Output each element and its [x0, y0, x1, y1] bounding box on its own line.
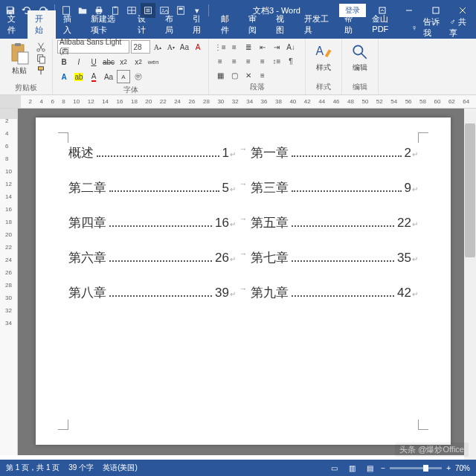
- char-shading-icon[interactable]: Aa: [102, 70, 115, 83]
- enclose-char-icon[interactable]: ㊥: [132, 70, 145, 83]
- tab-arrow-icon: →: [236, 284, 251, 301]
- grow-font-icon[interactable]: A▴: [152, 40, 164, 54]
- cut-icon[interactable]: [36, 42, 46, 52]
- tab-8[interactable]: 审阅: [241, 10, 268, 39]
- new-icon[interactable]: [59, 3, 74, 18]
- zoom-slider[interactable]: [390, 467, 442, 469]
- sort-icon[interactable]: A↓: [284, 40, 298, 54]
- bold-icon[interactable]: B: [57, 55, 71, 68]
- change-case-icon[interactable]: Aa: [178, 40, 190, 54]
- share-button[interactable]: ♂ 共享: [449, 16, 470, 39]
- tab-10[interactable]: 开发工具: [297, 10, 338, 39]
- print-icon[interactable]: [91, 3, 106, 18]
- justify-icon[interactable]: ≡: [256, 54, 269, 68]
- char-border-icon[interactable]: A: [117, 70, 130, 83]
- image-icon[interactable]: [157, 3, 172, 18]
- decrease-indent-icon[interactable]: ⇤: [256, 40, 269, 54]
- save-icon[interactable]: [3, 3, 18, 18]
- scroll-thumb[interactable]: [465, 123, 475, 257]
- font-group: Alibaba Sans Light (西 28 A▴ A▾ Aa A B I …: [53, 39, 209, 94]
- zoom-out-icon[interactable]: −: [381, 464, 385, 472]
- read-mode-icon[interactable]: [141, 3, 155, 18]
- italic-icon[interactable]: I: [72, 55, 86, 68]
- svg-point-30: [353, 45, 362, 54]
- svg-rect-5: [114, 7, 117, 8]
- toc-entry: 第三章9↵: [251, 179, 418, 196]
- multilevel-icon[interactable]: ≣: [242, 40, 255, 54]
- tab-12[interactable]: 金山PDF: [364, 10, 405, 39]
- strikethrough-icon[interactable]: abc: [102, 55, 115, 68]
- ribbon: 粘贴 剪贴板 Alibaba Sans Light (西 28 A▴ A▾ Aa…: [0, 39, 476, 95]
- font-size-combo[interactable]: 28: [131, 40, 149, 54]
- word-count[interactable]: 39 个字: [68, 463, 94, 473]
- editing-group: 编辑 编辑: [342, 39, 379, 94]
- align-center-icon[interactable]: ≡: [228, 54, 241, 68]
- line-spacing-icon[interactable]: ↕≡: [270, 54, 283, 68]
- svg-rect-2: [97, 7, 100, 10]
- format-painter-icon[interactable]: [36, 65, 46, 76]
- svg-point-23: [37, 49, 40, 52]
- shading-icon[interactable]: ▦: [213, 68, 227, 82]
- chevron-down-icon[interactable]: ▾: [190, 3, 205, 18]
- page-indicator[interactable]: 第 1 页，共 1 页: [6, 463, 60, 473]
- superscript-icon[interactable]: x2: [132, 55, 145, 68]
- tab-arrow-icon: →: [236, 214, 251, 231]
- snap-icon[interactable]: ✕: [242, 68, 255, 82]
- copy-icon[interactable]: [36, 54, 46, 64]
- text-effects-icon[interactable]: A: [57, 70, 71, 83]
- svg-rect-3: [97, 12, 100, 14]
- toc-entry: 第九章42↵: [251, 284, 418, 301]
- toc-entry: 第五章22↵: [251, 214, 418, 231]
- web-layout-icon[interactable]: ▤: [363, 462, 376, 474]
- undo-icon[interactable]: [19, 3, 34, 18]
- paste-icon[interactable]: [108, 3, 123, 18]
- workspace: 246810121416182022242628303234 概述1↵→第一章2…: [0, 109, 476, 455]
- ribbon-tabs: 文件开始插入新建选项卡设计布局引用邮件审阅视图开发工具帮助金山PDF ♀ 告诉我…: [0, 21, 476, 39]
- shrink-font-icon[interactable]: A▾: [165, 40, 177, 54]
- zoom-level[interactable]: 70%: [455, 464, 470, 472]
- align-right-icon[interactable]: ≡: [242, 54, 255, 68]
- layout-icon[interactable]: [173, 3, 188, 18]
- zoom-in-icon[interactable]: +: [446, 464, 451, 472]
- tab-7[interactable]: 邮件: [213, 10, 241, 39]
- svg-text:A: A: [316, 45, 324, 57]
- tab-3[interactable]: 新建选项卡: [83, 10, 130, 39]
- align-left-icon[interactable]: ≡: [213, 54, 227, 68]
- subscript-icon[interactable]: x2: [117, 55, 130, 68]
- horizontal-ruler[interactable]: 2468101214161820222426283032343638404244…: [0, 95, 476, 109]
- font-name-combo[interactable]: Alibaba Sans Light (西: [57, 40, 129, 54]
- font-color-icon[interactable]: A: [87, 70, 100, 83]
- vertical-ruler[interactable]: 246810121416182022242628303234: [0, 109, 18, 455]
- underline-icon[interactable]: U: [87, 55, 100, 68]
- toc-entry: 第一章2↵: [251, 144, 418, 161]
- find-button[interactable]: 编辑: [347, 40, 373, 74]
- styles-button[interactable]: A 样式: [310, 40, 337, 74]
- read-view-icon[interactable]: ▭: [327, 462, 341, 474]
- svg-point-24: [42, 49, 45, 52]
- tell-me-icon[interactable]: ♀: [411, 23, 417, 32]
- numbering-icon[interactable]: ≡: [228, 40, 241, 54]
- show-marks-icon[interactable]: ¶: [284, 54, 298, 68]
- bullets-icon[interactable]: ⋮≡: [213, 40, 227, 54]
- tab-arrow-icon: →: [236, 249, 251, 266]
- redo-icon[interactable]: [36, 3, 51, 18]
- highlight-icon[interactable]: ab: [72, 70, 86, 83]
- tab-11[interactable]: 帮助: [337, 10, 364, 39]
- svg-rect-26: [39, 57, 45, 63]
- clear-format-icon[interactable]: A: [192, 40, 204, 54]
- tab-9[interactable]: 视图: [268, 10, 296, 39]
- language-indicator[interactable]: 英语(美国): [103, 463, 138, 473]
- toc-entry: 第二章5↵: [68, 179, 236, 196]
- tell-me-label[interactable]: 告诉我: [423, 16, 443, 39]
- print-layout-icon[interactable]: ▥: [345, 462, 358, 474]
- open-icon[interactable]: [75, 3, 90, 18]
- document-area[interactable]: 概述1↵→第一章2↵第二章5↵→第三章9↵第四章16↵→第五章22↵第六章26↵…: [18, 109, 476, 455]
- toc-entry: 概述1↵: [68, 144, 236, 161]
- borders-icon[interactable]: ▢: [228, 68, 241, 82]
- svg-point-14: [162, 9, 164, 10]
- table-icon[interactable]: [124, 3, 139, 18]
- increase-indent-icon[interactable]: ⇥: [270, 40, 283, 54]
- distribute-icon[interactable]: ≡: [256, 68, 269, 82]
- vertical-scrollbar[interactable]: [464, 109, 476, 460]
- phonetic-icon[interactable]: wén: [147, 55, 160, 68]
